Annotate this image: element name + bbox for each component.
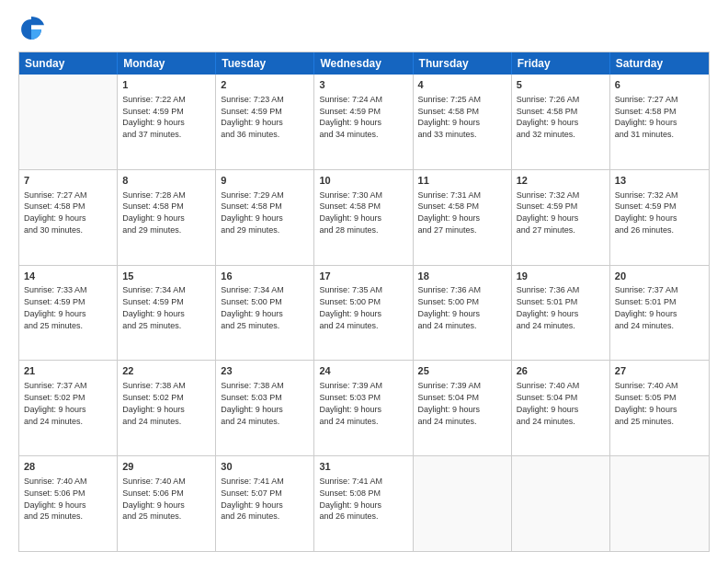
calendar-cell xyxy=(512,456,610,551)
calendar-cell: 11Sunrise: 7:31 AMSunset: 4:58 PMDayligh… xyxy=(414,170,512,265)
cell-info: Sunrise: 7:40 AMSunset: 5:06 PMDaylight:… xyxy=(122,477,186,521)
weekday-header: Saturday xyxy=(610,52,709,75)
cell-info: Sunrise: 7:33 AMSunset: 4:59 PMDaylight:… xyxy=(24,285,87,329)
calendar-cell: 7Sunrise: 7:27 AMSunset: 4:58 PMDaylight… xyxy=(19,170,118,265)
day-number: 27 xyxy=(615,364,704,378)
calendar-cell: 31Sunrise: 7:41 AMSunset: 5:08 PMDayligh… xyxy=(314,456,413,551)
calendar-cell: 5Sunrise: 7:26 AMSunset: 4:58 PMDaylight… xyxy=(512,75,610,169)
cell-info: Sunrise: 7:30 AMSunset: 4:58 PMDaylight:… xyxy=(319,190,382,235)
cell-info: Sunrise: 7:37 AMSunset: 5:01 PMDaylight:… xyxy=(615,285,678,329)
day-number: 22 xyxy=(122,364,210,378)
day-number: 17 xyxy=(319,270,407,283)
cell-info: Sunrise: 7:35 AMSunset: 5:00 PMDaylight:… xyxy=(319,285,382,329)
cell-info: Sunrise: 7:28 AMSunset: 4:58 PMDaylight:… xyxy=(122,190,186,235)
calendar-cell: 23Sunrise: 7:38 AMSunset: 5:03 PMDayligh… xyxy=(216,361,314,455)
calendar-cell: 19Sunrise: 7:36 AMSunset: 5:01 PMDayligh… xyxy=(512,266,610,361)
calendar-cell: 2Sunrise: 7:23 AMSunset: 4:59 PMDaylight… xyxy=(216,75,314,169)
day-number: 15 xyxy=(122,270,210,283)
page: SundayMondayTuesdayWednesdayThursdayFrid… xyxy=(0,0,728,563)
calendar-row: 14Sunrise: 7:33 AMSunset: 4:59 PMDayligh… xyxy=(19,265,709,361)
calendar-row: 1Sunrise: 7:22 AMSunset: 4:59 PMDaylight… xyxy=(19,75,709,169)
weekday-header: Tuesday xyxy=(216,52,314,75)
day-number: 6 xyxy=(615,78,704,92)
day-number: 9 xyxy=(221,174,309,188)
day-number: 19 xyxy=(517,270,605,283)
day-number: 5 xyxy=(517,78,605,92)
day-number: 30 xyxy=(221,460,309,474)
calendar-cell: 4Sunrise: 7:25 AMSunset: 4:58 PMDaylight… xyxy=(414,75,512,169)
day-number: 31 xyxy=(319,460,407,474)
calendar-cell: 15Sunrise: 7:34 AMSunset: 4:59 PMDayligh… xyxy=(118,266,216,361)
day-number: 28 xyxy=(24,460,112,474)
weekday-header: Wednesday xyxy=(314,52,413,75)
calendar-cell: 10Sunrise: 7:30 AMSunset: 4:58 PMDayligh… xyxy=(314,170,413,265)
calendar-cell: 22Sunrise: 7:38 AMSunset: 5:02 PMDayligh… xyxy=(118,361,216,455)
logo-icon xyxy=(18,17,44,42)
header xyxy=(18,17,710,42)
cell-info: Sunrise: 7:27 AMSunset: 4:58 PMDaylight:… xyxy=(24,190,87,235)
calendar-cell: 27Sunrise: 7:40 AMSunset: 5:05 PMDayligh… xyxy=(610,361,709,455)
day-number: 10 xyxy=(319,174,407,188)
calendar-cell: 24Sunrise: 7:39 AMSunset: 5:03 PMDayligh… xyxy=(314,361,413,455)
calendar-cell: 9Sunrise: 7:29 AMSunset: 4:58 PMDaylight… xyxy=(216,170,314,265)
logo xyxy=(18,17,48,42)
day-number: 1 xyxy=(122,78,210,92)
day-number: 21 xyxy=(24,364,112,378)
calendar-cell: 16Sunrise: 7:34 AMSunset: 5:00 PMDayligh… xyxy=(216,266,314,361)
calendar-cell: 29Sunrise: 7:40 AMSunset: 5:06 PMDayligh… xyxy=(118,456,216,551)
day-number: 4 xyxy=(418,78,506,92)
cell-info: Sunrise: 7:32 AMSunset: 4:59 PMDaylight:… xyxy=(615,190,678,235)
calendar-cell: 13Sunrise: 7:32 AMSunset: 4:59 PMDayligh… xyxy=(610,170,709,265)
day-number: 12 xyxy=(517,174,605,188)
calendar-cell: 21Sunrise: 7:37 AMSunset: 5:02 PMDayligh… xyxy=(19,361,118,455)
day-number: 14 xyxy=(24,270,112,283)
cell-info: Sunrise: 7:40 AMSunset: 5:06 PMDaylight:… xyxy=(24,477,87,521)
cell-info: Sunrise: 7:34 AMSunset: 4:59 PMDaylight:… xyxy=(122,285,186,329)
weekday-header: Monday xyxy=(118,52,216,75)
cell-info: Sunrise: 7:38 AMSunset: 5:03 PMDaylight:… xyxy=(221,381,284,425)
calendar-cell: 18Sunrise: 7:36 AMSunset: 5:00 PMDayligh… xyxy=(414,266,512,361)
cell-info: Sunrise: 7:22 AMSunset: 4:59 PMDaylight:… xyxy=(122,95,186,139)
cell-info: Sunrise: 7:37 AMSunset: 5:02 PMDaylight:… xyxy=(24,381,87,425)
day-number: 26 xyxy=(517,364,605,378)
cell-info: Sunrise: 7:27 AMSunset: 4:58 PMDaylight:… xyxy=(615,95,678,139)
calendar-cell: 14Sunrise: 7:33 AMSunset: 4:59 PMDayligh… xyxy=(19,266,118,361)
weekday-header: Sunday xyxy=(19,52,118,75)
cell-info: Sunrise: 7:40 AMSunset: 5:04 PMDaylight:… xyxy=(517,381,580,425)
cell-info: Sunrise: 7:40 AMSunset: 5:05 PMDaylight:… xyxy=(615,381,678,425)
cell-info: Sunrise: 7:32 AMSunset: 4:59 PMDaylight:… xyxy=(517,190,580,235)
calendar-cell xyxy=(610,456,709,551)
day-number: 16 xyxy=(221,270,309,283)
calendar-cell: 6Sunrise: 7:27 AMSunset: 4:58 PMDaylight… xyxy=(610,75,709,169)
calendar-cell: 25Sunrise: 7:39 AMSunset: 5:04 PMDayligh… xyxy=(414,361,512,455)
day-number: 8 xyxy=(122,174,210,188)
calendar-cell: 28Sunrise: 7:40 AMSunset: 5:06 PMDayligh… xyxy=(19,456,118,551)
calendar-cell xyxy=(19,75,118,169)
calendar-row: 28Sunrise: 7:40 AMSunset: 5:06 PMDayligh… xyxy=(19,455,709,551)
day-number: 7 xyxy=(24,174,112,188)
calendar-header: SundayMondayTuesdayWednesdayThursdayFrid… xyxy=(19,52,709,75)
day-number: 24 xyxy=(319,364,407,378)
calendar-row: 7Sunrise: 7:27 AMSunset: 4:58 PMDaylight… xyxy=(19,169,709,265)
calendar-cell: 20Sunrise: 7:37 AMSunset: 5:01 PMDayligh… xyxy=(610,266,709,361)
day-number: 2 xyxy=(221,78,309,92)
cell-info: Sunrise: 7:29 AMSunset: 4:58 PMDaylight:… xyxy=(221,190,284,235)
calendar-cell: 8Sunrise: 7:28 AMSunset: 4:58 PMDaylight… xyxy=(118,170,216,265)
calendar-cell: 12Sunrise: 7:32 AMSunset: 4:59 PMDayligh… xyxy=(512,170,610,265)
cell-info: Sunrise: 7:36 AMSunset: 5:01 PMDaylight:… xyxy=(517,285,580,329)
day-number: 3 xyxy=(319,78,407,92)
day-number: 25 xyxy=(418,364,506,378)
day-number: 23 xyxy=(221,364,309,378)
calendar: SundayMondayTuesdayWednesdayThursdayFrid… xyxy=(18,52,710,552)
cell-info: Sunrise: 7:25 AMSunset: 4:58 PMDaylight:… xyxy=(418,95,482,139)
weekday-header: Thursday xyxy=(414,52,512,75)
cell-info: Sunrise: 7:26 AMSunset: 4:58 PMDaylight:… xyxy=(517,95,580,139)
cell-info: Sunrise: 7:41 AMSunset: 5:08 PMDaylight:… xyxy=(319,477,382,521)
calendar-cell: 26Sunrise: 7:40 AMSunset: 5:04 PMDayligh… xyxy=(512,361,610,455)
calendar-row: 21Sunrise: 7:37 AMSunset: 5:02 PMDayligh… xyxy=(19,360,709,455)
cell-info: Sunrise: 7:41 AMSunset: 5:07 PMDaylight:… xyxy=(221,477,284,521)
day-number: 20 xyxy=(615,270,704,283)
day-number: 11 xyxy=(418,174,506,188)
calendar-cell xyxy=(414,456,512,551)
day-number: 13 xyxy=(615,174,704,188)
